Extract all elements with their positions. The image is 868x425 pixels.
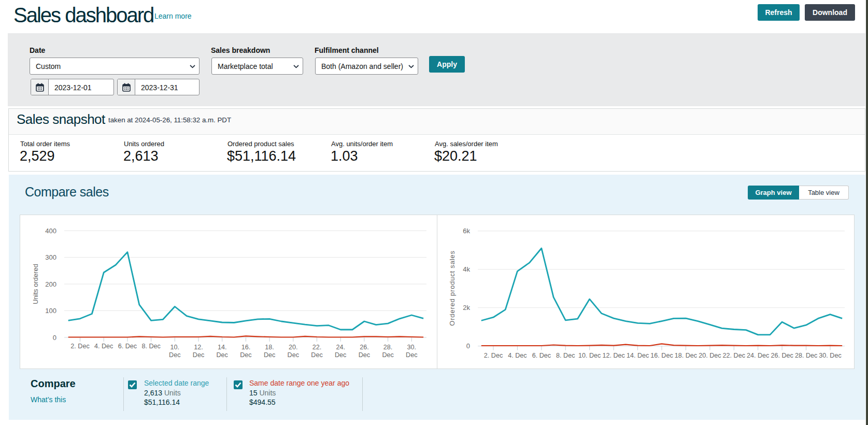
svg-text:28.: 28. xyxy=(383,344,393,351)
svg-text:16. Dec: 16. Dec xyxy=(650,352,673,359)
svg-text:20.: 20. xyxy=(289,344,298,351)
svg-text:10. Dec: 10. Dec xyxy=(578,352,601,359)
svg-text:2. Dec: 2. Dec xyxy=(70,343,89,350)
svg-text:Dec: Dec xyxy=(288,351,299,359)
svg-text:26. Dec: 26. Dec xyxy=(771,352,793,359)
svg-text:4. Dec: 4. Dec xyxy=(94,343,113,350)
svg-text:14.: 14. xyxy=(218,344,227,351)
svg-text:0: 0 xyxy=(466,342,470,350)
svg-text:18.: 18. xyxy=(265,344,274,351)
svg-text:26.: 26. xyxy=(360,344,369,351)
svg-text:14. Dec: 14. Dec xyxy=(627,352,649,359)
svg-text:12.: 12. xyxy=(194,344,203,351)
svg-text:24. Dec: 24. Dec xyxy=(747,352,769,359)
svg-text:2k: 2k xyxy=(463,304,470,311)
svg-text:Dec: Dec xyxy=(193,351,204,359)
svg-text:Dec: Dec xyxy=(382,351,393,359)
svg-text:100: 100 xyxy=(45,307,56,315)
svg-text:0: 0 xyxy=(53,334,56,342)
svg-text:6. Dec: 6. Dec xyxy=(118,343,137,350)
svg-text:30. Dec: 30. Dec xyxy=(819,352,841,359)
svg-text:300: 300 xyxy=(45,253,56,261)
svg-text:Dec: Dec xyxy=(311,351,322,359)
svg-text:400: 400 xyxy=(45,227,56,235)
svg-text:8. Dec: 8. Dec xyxy=(556,352,575,359)
svg-text:8. Dec: 8. Dec xyxy=(141,343,160,350)
svg-text:Dec: Dec xyxy=(264,351,275,359)
svg-text:20. Dec: 20. Dec xyxy=(699,352,721,359)
svg-text:10.: 10. xyxy=(170,344,180,351)
svg-text:22. Dec: 22. Dec xyxy=(723,352,745,359)
svg-text:24.: 24. xyxy=(336,344,345,351)
svg-text:200: 200 xyxy=(45,280,56,288)
svg-text:6. Dec: 6. Dec xyxy=(532,352,551,359)
svg-text:4k: 4k xyxy=(463,265,470,273)
svg-text:22.: 22. xyxy=(312,344,322,351)
svg-text:Dec: Dec xyxy=(240,351,251,359)
svg-text:Dec: Dec xyxy=(216,351,227,359)
svg-text:4. Dec: 4. Dec xyxy=(508,352,527,359)
svg-text:Ordered product sales: Ordered product sales xyxy=(448,250,456,325)
svg-text:Dec: Dec xyxy=(406,351,417,359)
svg-text:Dec: Dec xyxy=(335,351,346,359)
svg-text:Dec: Dec xyxy=(359,351,370,359)
svg-text:16.: 16. xyxy=(241,344,251,351)
svg-text:Dec: Dec xyxy=(169,351,180,359)
svg-text:28. Dec: 28. Dec xyxy=(795,352,817,359)
svg-text:2. Dec: 2. Dec xyxy=(484,352,503,359)
svg-text:Units ordered: Units ordered xyxy=(32,264,39,304)
svg-text:6k: 6k xyxy=(463,227,470,235)
svg-text:30.: 30. xyxy=(407,344,417,351)
svg-text:12. Dec: 12. Dec xyxy=(602,352,624,359)
svg-text:18. Dec: 18. Dec xyxy=(675,352,697,359)
